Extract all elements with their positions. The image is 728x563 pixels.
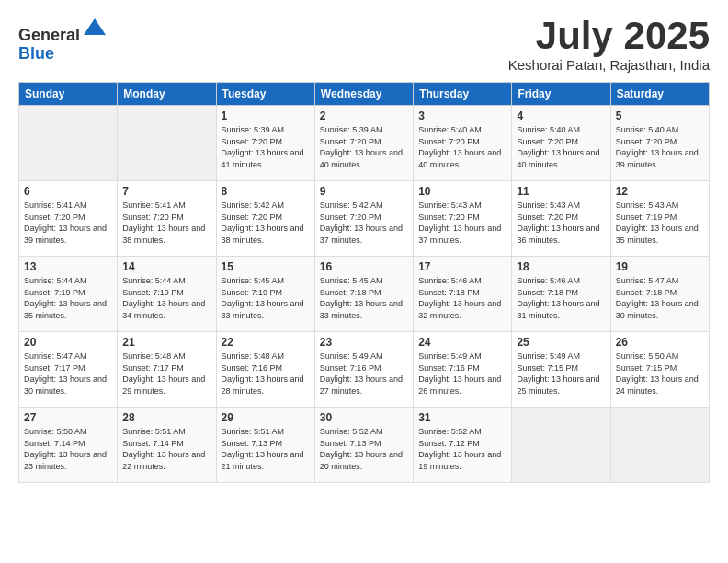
table-row: 30Sunrise: 5:52 AM Sunset: 7:13 PM Dayli… [314, 408, 413, 483]
day-number: 5 [616, 109, 704, 122]
day-info: Sunrise: 5:44 AM Sunset: 7:19 PM Dayligh… [122, 275, 210, 321]
day-number: 25 [517, 336, 605, 349]
day-number: 16 [320, 260, 408, 273]
day-info: Sunrise: 5:40 AM Sunset: 7:20 PM Dayligh… [418, 124, 506, 170]
table-row: 18Sunrise: 5:46 AM Sunset: 7:18 PM Dayli… [512, 257, 610, 332]
table-row [610, 408, 709, 483]
day-info: Sunrise: 5:43 AM Sunset: 7:20 PM Dayligh… [418, 200, 506, 246]
title-block: July 2025 Keshorai Patan, Rajasthan, Ind… [508, 15, 710, 73]
calendar-table: Sunday Monday Tuesday Wednesday Thursday… [18, 82, 710, 483]
day-number: 19 [616, 260, 704, 273]
day-number: 10 [418, 185, 506, 198]
calendar-week-row: 27Sunrise: 5:50 AM Sunset: 7:14 PM Dayli… [19, 408, 710, 483]
day-number: 23 [320, 336, 408, 349]
day-number: 8 [222, 185, 310, 198]
table-row: 23Sunrise: 5:49 AM Sunset: 7:16 PM Dayli… [314, 332, 413, 408]
day-info: Sunrise: 5:47 AM Sunset: 7:17 PM Dayligh… [24, 350, 112, 396]
table-row [512, 408, 610, 483]
day-number: 14 [122, 260, 210, 273]
table-row: 17Sunrise: 5:46 AM Sunset: 7:18 PM Dayli… [414, 257, 512, 332]
calendar-header-row: Sunday Monday Tuesday Wednesday Thursday… [19, 83, 710, 106]
day-number: 9 [320, 185, 408, 198]
day-info: Sunrise: 5:51 AM Sunset: 7:14 PM Dayligh… [122, 426, 210, 472]
day-info: Sunrise: 5:48 AM Sunset: 7:17 PM Dayligh… [122, 350, 210, 396]
day-info: Sunrise: 5:40 AM Sunset: 7:20 PM Dayligh… [616, 124, 704, 170]
day-number: 12 [616, 185, 704, 198]
table-row: 2Sunrise: 5:39 AM Sunset: 7:20 PM Daylig… [314, 106, 413, 181]
day-number: 18 [517, 260, 605, 273]
table-row: 29Sunrise: 5:51 AM Sunset: 7:13 PM Dayli… [216, 408, 314, 483]
day-number: 31 [418, 411, 506, 424]
calendar-title: July 2025 [508, 15, 710, 57]
day-info: Sunrise: 5:52 AM Sunset: 7:13 PM Dayligh… [320, 426, 408, 472]
day-number: 21 [122, 336, 210, 349]
logo: General Blue [18, 15, 108, 63]
calendar-subtitle: Keshorai Patan, Rajasthan, India [508, 57, 710, 73]
table-row: 3Sunrise: 5:40 AM Sunset: 7:20 PM Daylig… [414, 106, 512, 181]
day-info: Sunrise: 5:46 AM Sunset: 7:18 PM Dayligh… [418, 275, 506, 321]
table-row: 4Sunrise: 5:40 AM Sunset: 7:20 PM Daylig… [512, 106, 610, 181]
day-number: 29 [222, 411, 310, 424]
day-info: Sunrise: 5:39 AM Sunset: 7:20 PM Dayligh… [222, 124, 310, 170]
day-number: 4 [517, 109, 605, 122]
table-row: 20Sunrise: 5:47 AM Sunset: 7:17 PM Dayli… [19, 332, 118, 408]
table-row: 19Sunrise: 5:47 AM Sunset: 7:18 PM Dayli… [610, 257, 709, 332]
col-sunday: Sunday [19, 83, 118, 106]
day-info: Sunrise: 5:43 AM Sunset: 7:20 PM Dayligh… [517, 200, 605, 246]
day-info: Sunrise: 5:45 AM Sunset: 7:19 PM Dayligh… [222, 275, 310, 321]
day-info: Sunrise: 5:42 AM Sunset: 7:20 PM Dayligh… [320, 200, 408, 246]
table-row: 24Sunrise: 5:49 AM Sunset: 7:16 PM Dayli… [414, 332, 512, 408]
table-row: 1Sunrise: 5:39 AM Sunset: 7:20 PM Daylig… [216, 106, 314, 181]
col-monday: Monday [118, 83, 216, 106]
table-row: 28Sunrise: 5:51 AM Sunset: 7:14 PM Dayli… [118, 408, 216, 483]
day-info: Sunrise: 5:49 AM Sunset: 7:15 PM Dayligh… [517, 350, 605, 396]
day-info: Sunrise: 5:49 AM Sunset: 7:16 PM Dayligh… [320, 350, 408, 396]
svg-marker-0 [84, 18, 106, 35]
day-info: Sunrise: 5:52 AM Sunset: 7:12 PM Dayligh… [418, 426, 506, 472]
day-info: Sunrise: 5:47 AM Sunset: 7:18 PM Dayligh… [616, 275, 704, 321]
calendar-week-row: 1Sunrise: 5:39 AM Sunset: 7:20 PM Daylig… [19, 106, 710, 181]
day-number: 11 [517, 185, 605, 198]
day-info: Sunrise: 5:41 AM Sunset: 7:20 PM Dayligh… [122, 200, 210, 246]
day-number: 3 [418, 109, 506, 122]
table-row: 9Sunrise: 5:42 AM Sunset: 7:20 PM Daylig… [314, 181, 413, 257]
table-row: 12Sunrise: 5:43 AM Sunset: 7:19 PM Dayli… [610, 181, 709, 257]
day-number: 20 [24, 336, 112, 349]
logo-blue-text: Blue [18, 44, 54, 63]
day-info: Sunrise: 5:42 AM Sunset: 7:20 PM Dayligh… [222, 200, 310, 246]
page: General Blue July 2025 Keshorai Patan, R… [0, 0, 728, 563]
day-info: Sunrise: 5:43 AM Sunset: 7:19 PM Dayligh… [616, 200, 704, 246]
table-row: 10Sunrise: 5:43 AM Sunset: 7:20 PM Dayli… [414, 181, 512, 257]
table-row: 11Sunrise: 5:43 AM Sunset: 7:20 PM Dayli… [512, 181, 610, 257]
table-row [19, 106, 118, 181]
day-info: Sunrise: 5:51 AM Sunset: 7:13 PM Dayligh… [222, 426, 310, 472]
day-number: 1 [222, 109, 310, 122]
col-wednesday: Wednesday [314, 83, 413, 106]
col-friday: Friday [512, 83, 610, 106]
day-info: Sunrise: 5:39 AM Sunset: 7:20 PM Dayligh… [320, 124, 408, 170]
day-info: Sunrise: 5:50 AM Sunset: 7:14 PM Dayligh… [24, 426, 112, 472]
table-row: 26Sunrise: 5:50 AM Sunset: 7:15 PM Dayli… [610, 332, 709, 408]
day-info: Sunrise: 5:48 AM Sunset: 7:16 PM Dayligh… [222, 350, 310, 396]
table-row: 31Sunrise: 5:52 AM Sunset: 7:12 PM Dayli… [414, 408, 512, 483]
day-info: Sunrise: 5:46 AM Sunset: 7:18 PM Dayligh… [517, 275, 605, 321]
table-row: 7Sunrise: 5:41 AM Sunset: 7:20 PM Daylig… [118, 181, 216, 257]
day-number: 28 [122, 411, 210, 424]
day-number: 24 [418, 336, 506, 349]
day-number: 22 [222, 336, 310, 349]
day-number: 15 [222, 260, 310, 273]
day-number: 27 [24, 411, 112, 424]
table-row [118, 106, 216, 181]
day-info: Sunrise: 5:49 AM Sunset: 7:16 PM Dayligh… [418, 350, 506, 396]
calendar-week-row: 13Sunrise: 5:44 AM Sunset: 7:19 PM Dayli… [19, 257, 710, 332]
table-row: 27Sunrise: 5:50 AM Sunset: 7:14 PM Dayli… [19, 408, 118, 483]
day-info: Sunrise: 5:44 AM Sunset: 7:19 PM Dayligh… [24, 275, 112, 321]
day-info: Sunrise: 5:50 AM Sunset: 7:15 PM Dayligh… [616, 350, 704, 396]
col-tuesday: Tuesday [216, 83, 314, 106]
day-number: 7 [122, 185, 210, 198]
table-row: 14Sunrise: 5:44 AM Sunset: 7:19 PM Dayli… [118, 257, 216, 332]
table-row: 6Sunrise: 5:41 AM Sunset: 7:20 PM Daylig… [19, 181, 118, 257]
table-row: 15Sunrise: 5:45 AM Sunset: 7:19 PM Dayli… [216, 257, 314, 332]
day-info: Sunrise: 5:45 AM Sunset: 7:18 PM Dayligh… [320, 275, 408, 321]
table-row: 8Sunrise: 5:42 AM Sunset: 7:20 PM Daylig… [216, 181, 314, 257]
